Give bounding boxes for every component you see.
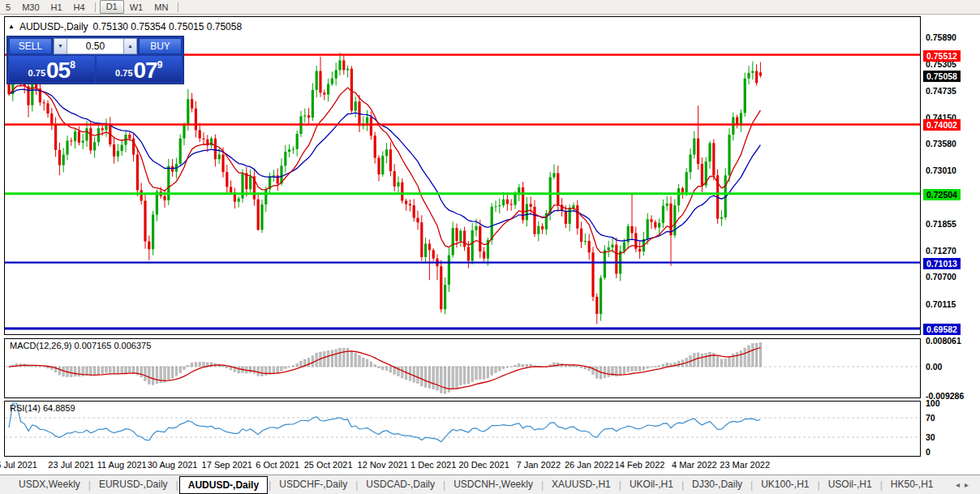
- chart-tab-hk50-h1[interactable]: HK50-,H1: [883, 476, 941, 493]
- chart-symbol-title: AUDUSD-,Daily: [19, 21, 88, 32]
- date-axis-label: 14 Feb 2022: [615, 460, 665, 470]
- rsi-indicator-label: RSI(14) 64.8859: [10, 403, 75, 413]
- sell-price-panel[interactable]: 0.75 05 8: [9, 56, 95, 82]
- chart-tab-ukoil-h1[interactable]: UKOil-,H1: [622, 476, 681, 493]
- buy-price-pip: 9: [157, 59, 163, 71]
- price-axis-label: 0.70115: [926, 299, 956, 309]
- chart-ohlc-values: 0.75130 0.75354 0.75015 0.75058: [93, 21, 243, 32]
- date-axis-label: 1 Dec 2021: [410, 460, 456, 470]
- macd-axis-label: 0.008061: [926, 336, 961, 346]
- timeframe-button-d1[interactable]: D1: [100, 0, 124, 14]
- price-level-badge: 0.72504: [923, 189, 961, 200]
- symbol-tab-bar: USDX,Weekly|EURUSD-,Daily|AUDUSD-,Daily|…: [0, 475, 980, 494]
- sell-price-pip: 8: [70, 59, 75, 71]
- volume-field[interactable]: 0.50: [67, 38, 123, 54]
- date-axis-label: 30 Aug 2021: [148, 460, 198, 470]
- chart-tab-eurusd-daily[interactable]: EURUSD-,Daily: [92, 476, 175, 493]
- rsi-axis-label: 30: [926, 432, 935, 442]
- price-level-badge: 0.69582: [923, 324, 961, 335]
- timeframe-button-h1[interactable]: H1: [45, 1, 68, 14]
- date-axis-label: 12 Nov 2021: [358, 460, 408, 470]
- timeframe-button-w1[interactable]: W1: [124, 1, 149, 14]
- price-axis-label: 0.75890: [926, 32, 956, 42]
- chart-tab-xauusd-h1[interactable]: XAUUSD-,H1: [544, 476, 618, 493]
- volume-stepper: ▼ 0.50 ▲: [54, 38, 137, 54]
- price-axis-label: 0.71855: [926, 219, 956, 229]
- timeframe-toolbar: 5M30H1H4D1W1MN: [0, 0, 980, 15]
- buy-price-panel[interactable]: 0.75 07 9: [97, 56, 183, 82]
- date-axis-label: 23 Jul 2021: [48, 460, 94, 470]
- date-axis-label: 6 Oct 2021: [256, 460, 299, 470]
- price-axis-label: 0.73580: [926, 139, 956, 148]
- timeframe-button-h4[interactable]: H4: [68, 1, 91, 14]
- chart-tab-uk100-h1[interactable]: UK100-,H1: [754, 476, 816, 493]
- price-level-badge: 0.74002: [923, 119, 961, 131]
- tab-scroll-arrows[interactable]: ◂▸: [956, 480, 980, 489]
- date-axis-label: 26 Jan 2022: [565, 460, 614, 470]
- price-level-badge: 0.75058: [923, 71, 961, 82]
- buy-button[interactable]: BUY: [139, 38, 182, 54]
- chart-tab-dj30-daily[interactable]: DJ30-,Daily: [685, 476, 750, 493]
- price-axis-label: 0.73010: [926, 165, 956, 175]
- chart-tab-usoil-h1[interactable]: USOil-,H1: [821, 476, 879, 493]
- date-axis-label: 7 Jan 2022: [517, 460, 561, 470]
- sell-price-big: 05: [46, 60, 70, 81]
- date-axis-label: 23 Mar 2022: [720, 460, 770, 470]
- chart-tab-usdx-weekly[interactable]: USDX,Weekly: [11, 476, 88, 493]
- sell-button[interactable]: SELL: [9, 38, 52, 54]
- rsi-axis-label: 70: [926, 413, 935, 423]
- chart-symbol-header: ▲ AUDUSD-,Daily 0.75130 0.75354 0.75015 …: [8, 21, 242, 32]
- sell-price-prefix: 0.75: [28, 68, 45, 78]
- date-axis: 5 Jul 202123 Jul 202111 Aug 202130 Aug 2…: [0, 457, 980, 475]
- chart-tab-audusd-daily[interactable]: AUDUSD-,Daily: [179, 476, 268, 494]
- rsi-pane-frame: [5, 402, 921, 457]
- macd-indicator-label: MACD(12,26,9) 0.007165 0.006375: [10, 341, 151, 350]
- date-axis-label: 17 Sep 2021: [202, 460, 252, 470]
- toolbar-separator: [95, 2, 96, 12]
- price-axis: 0.758900.753050.747350.741500.735800.730…: [922, 15, 980, 457]
- date-axis-label: 11 Aug 2021: [97, 460, 147, 470]
- buy-price-big: 07: [134, 60, 157, 81]
- chart-tab-usdchf-daily[interactable]: USDCHF-,Daily: [272, 476, 355, 493]
- date-axis-label: 20 Dec 2021: [458, 460, 509, 470]
- buy-price-prefix: 0.75: [115, 68, 132, 78]
- chart-tab-usdcad-daily[interactable]: USDCAD-,Daily: [359, 476, 442, 493]
- rsi-axis-label: 100: [926, 398, 940, 408]
- toolbar-separator: [178, 2, 178, 12]
- macd-axis-label: 0.00: [926, 362, 942, 372]
- timeframe-button-mn[interactable]: MN: [148, 1, 174, 14]
- chart-tab-usdcnh-weekly[interactable]: USDCNH-,Weekly: [446, 476, 540, 493]
- timeframe-button-m30[interactable]: M30: [16, 1, 45, 14]
- price-level-badge: 0.71013: [923, 258, 961, 269]
- date-axis-label: 25 Oct 2021: [304, 460, 353, 470]
- timeframe-button-5[interactable]: 5: [0, 1, 16, 14]
- date-axis-label: 4 Mar 2022: [672, 460, 717, 470]
- price-axis-label: 0.70700: [926, 272, 956, 281]
- price-level-badge: 0.75512: [923, 50, 961, 62]
- volume-increase-icon[interactable]: ▲: [123, 38, 137, 54]
- rsi-axis-label: 0: [926, 447, 931, 457]
- rsi-pane[interactable]: [4, 401, 921, 457]
- collapse-arrow-icon[interactable]: ▲: [8, 23, 15, 30]
- date-axis-label: 5 Jul 2021: [0, 460, 37, 470]
- volume-decrease-icon[interactable]: ▼: [54, 38, 67, 54]
- price-axis-label: 0.71270: [926, 246, 956, 256]
- price-axis-label: 0.74735: [926, 86, 956, 96]
- one-click-trading-panel: SELL ▼ 0.50 ▲ BUY 0.75 05 8 0.75 07 9: [6, 36, 184, 84]
